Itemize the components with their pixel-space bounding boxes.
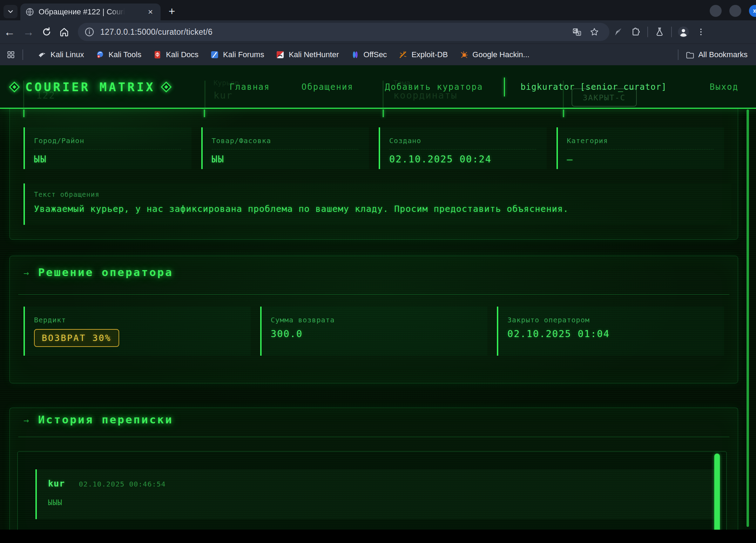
flask-icon[interactable] [651, 23, 668, 41]
card-value: — [567, 154, 724, 165]
ticket-card-created: Создано 02.10.2025 00:24 [379, 127, 547, 169]
window-minimize-button[interactable] [710, 5, 722, 17]
header-row: COURIER MATRIX Главная Обращения Добавит… [11, 65, 738, 109]
bookmark-kali-forums[interactable]: Kali Forums [210, 50, 264, 59]
bookmarks-divider [678, 49, 679, 60]
bookmarks-bar: Kali Linux Kali Tools Kali Docs Kali For… [0, 43, 756, 65]
kali-tools-icon [96, 51, 104, 59]
history-panel: → История переписки kur 02.10.2025 00:46… [9, 408, 738, 530]
logo-text: COURIER MATRIX [25, 80, 155, 94]
ticket-text-value: Уважаемый курьер, у нас зафиксирована пр… [34, 204, 731, 214]
logout-link[interactable]: Выход [710, 82, 738, 92]
card-value: 300.0 [271, 328, 487, 339]
decision-title-row: → Решение оператора [23, 266, 173, 279]
card-label: Город/Район [34, 136, 181, 149]
card-label: Категория [567, 136, 714, 149]
toolbar-divider [671, 27, 672, 37]
card-value: 02.10.2025 01:04 [507, 328, 724, 339]
diamond-icon [9, 81, 20, 92]
site-info-icon[interactable] [84, 27, 95, 37]
extension-kite-icon[interactable] [609, 23, 627, 41]
window-extra-button[interactable]: » [749, 5, 756, 17]
forward-button[interactable]: → [19, 23, 38, 41]
tab-search-chevron-icon[interactable] [4, 5, 18, 18]
message-timestamp: 02.10.2025 00:46:54 [79, 480, 166, 488]
page-content: Город/Район ЫЫ Товар/Фасовка ЫЫ Создано … [0, 65, 756, 530]
bottom-black-bar [0, 530, 756, 543]
globe-icon [25, 7, 34, 16]
verdict-badge: ВОЗВРАТ 30% [34, 329, 119, 347]
window-controls: » [710, 5, 756, 17]
exploit-db-icon [399, 51, 407, 59]
address-bar[interactable]: 127.0.0.1:5000/curator/ticket/6 [78, 23, 609, 41]
bookmark-star-icon[interactable] [586, 23, 603, 41]
ticket-card-city: Город/Район ЫЫ [23, 127, 191, 169]
translate-icon[interactable] [568, 23, 586, 41]
decision-card-verdict: Вердикт ВОЗВРАТ 30% [23, 307, 251, 356]
new-tab-button[interactable]: + [164, 4, 180, 19]
ticket-text-label: Текст обращения [34, 190, 100, 198]
bookmark-kali-docs[interactable]: Kali Docs [153, 50, 198, 59]
nav-tickets[interactable]: Обращения [302, 82, 353, 92]
back-button[interactable]: ← [0, 23, 19, 41]
extensions-puzzle-icon[interactable] [627, 23, 644, 41]
decision-title: Решение оператора [38, 266, 173, 279]
window-maximize-button[interactable] [729, 5, 741, 17]
bookmark-google-hacking[interactable]: Google Hackin... [460, 50, 529, 59]
kali-linux-icon [38, 51, 46, 59]
decision-card-closed: Закрыто оператором 02.10.2025 01:04 [497, 307, 724, 356]
card-label: Закрыто оператором [507, 316, 714, 324]
section-divider [18, 294, 729, 295]
tab-title: Обращение #122 | Couri [39, 7, 125, 16]
all-bookmarks-button[interactable]: All Bookmarks [675, 49, 748, 60]
ticket-cards-row: Город/Район ЫЫ Товар/Фасовка ЫЫ Создано … [23, 127, 724, 169]
bookmark-offsec[interactable]: OffSec [351, 50, 387, 59]
menu-kebab-icon[interactable] [692, 23, 710, 41]
ticket-text-block: Текст обращения Уважаемый курьер, у нас … [23, 183, 731, 225]
page-scrollbar[interactable] [747, 109, 749, 527]
google-hacking-icon [460, 51, 468, 59]
bookmark-exploit-db[interactable]: Exploit-DB [399, 50, 448, 59]
tab-close-icon[interactable]: × [145, 7, 156, 17]
arrow-icon: → [23, 268, 29, 278]
home-button[interactable] [55, 23, 73, 41]
chat-scrollbar[interactable] [714, 454, 720, 530]
apps-grid-icon[interactable] [2, 46, 20, 63]
arrow-icon: → [23, 415, 29, 425]
browser-tab[interactable]: Обращение #122 | Couri × [20, 4, 161, 20]
kali-forums-icon [210, 51, 219, 59]
url-text: 127.0.0.1:5000/curator/ticket/6 [100, 27, 212, 37]
profile-avatar[interactable] [675, 23, 692, 41]
bookmark-kali-tools[interactable]: Kali Tools [96, 50, 141, 59]
nav-home[interactable]: Главная [230, 82, 270, 92]
ticket-card-product: Товар/Фасовка ЫЫ [201, 127, 369, 169]
decision-panel: → Решение оператора Вердикт ВОЗВРАТ 30% … [9, 256, 738, 383]
kali-docs-icon [153, 51, 162, 59]
ticket-card-category: Категория — [556, 127, 724, 169]
kali-nethunter-icon [276, 51, 284, 59]
card-value: ЫЫ [212, 154, 369, 165]
main-nav: Главная Обращения Добавить куратора [230, 82, 483, 92]
card-label: Создано [389, 136, 536, 149]
site-logo[interactable]: COURIER MATRIX [11, 80, 170, 94]
message-author: kur [48, 478, 65, 489]
decision-card-refund: Сумма возврата 300.0 [260, 307, 487, 356]
tab-bar: Обращение #122 | Couri × + » [0, 0, 756, 20]
card-value: ЫЫ [34, 154, 191, 165]
card-label: Вердикт [34, 316, 240, 324]
chat-box: kur 02.10.2025 00:46:54 ЫЫЫ [17, 451, 727, 530]
reload-button[interactable] [38, 23, 55, 41]
bookmark-kali-nethunter[interactable]: Kali NetHunter [276, 50, 339, 59]
decision-cards-row: Вердикт ВОЗВРАТ 30% Сумма возврата 300.0… [23, 307, 724, 356]
bookmark-kali-linux[interactable]: Kali Linux [38, 50, 84, 59]
nav-add-curator[interactable]: Добавить куратора [385, 82, 483, 92]
card-label: Товар/Фасовка [212, 136, 359, 149]
current-user: bigkurator [senior_curator] [520, 82, 667, 92]
card-label: Сумма возврата [271, 316, 477, 324]
toolbar-divider [647, 27, 648, 37]
history-title: История переписки [38, 413, 173, 426]
offsec-icon [351, 51, 359, 59]
card-value: 02.10.2025 00:24 [389, 154, 547, 165]
history-title-row: → История переписки [23, 413, 173, 426]
message-text: ЫЫЫ [48, 498, 714, 507]
